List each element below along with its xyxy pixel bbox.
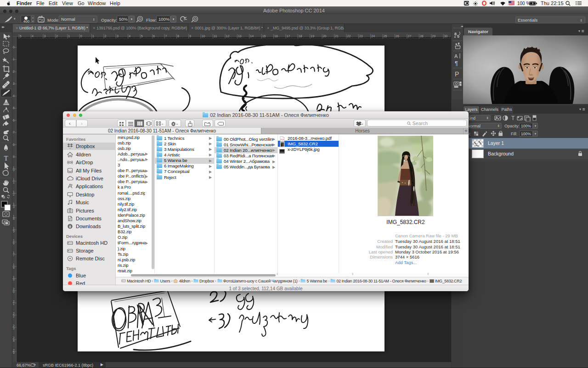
svg-text:16: 16 [274, 34, 278, 38]
svg-text:¶: ¶ [455, 60, 458, 67]
svg-text:30: 30 [444, 34, 448, 38]
svg-text:11: 11 [214, 34, 217, 38]
svg-text:5: 5 [20, 34, 22, 38]
svg-text:4: 4 [129, 34, 130, 38]
svg-text:27: 27 [408, 34, 412, 38]
svg-text:13: 13 [238, 34, 242, 38]
svg-text:5: 5 [141, 34, 143, 38]
svg-text:T: T [511, 115, 515, 121]
svg-text:P: P [455, 70, 459, 78]
svg-text:A: A [454, 53, 458, 59]
svg-text:7: 7 [165, 34, 167, 38]
svg-text:21: 21 [335, 34, 339, 38]
svg-text:8: 8 [454, 32, 457, 36]
svg-text:4: 4 [32, 34, 34, 38]
svg-text:2: 2 [56, 34, 58, 38]
svg-text:15: 15 [262, 34, 266, 38]
svg-text:6: 6 [153, 34, 155, 38]
svg-text:25: 25 [384, 34, 387, 38]
svg-text:8: 8 [177, 34, 179, 38]
svg-text:28: 28 [420, 34, 424, 38]
svg-text:22: 22 [347, 34, 351, 38]
svg-text:23: 23 [359, 34, 363, 38]
svg-text:20: 20 [323, 34, 327, 38]
svg-text:29: 29 [432, 34, 435, 38]
svg-text:26: 26 [396, 34, 399, 38]
svg-text:9: 9 [189, 34, 191, 38]
svg-text:3: 3 [117, 34, 119, 38]
svg-text:10: 10 [202, 34, 205, 38]
svg-text:0: 0 [80, 34, 82, 38]
svg-text:1: 1 [13, 58, 15, 61]
svg-text:17: 17 [287, 34, 290, 38]
svg-text:3: 3 [44, 34, 46, 38]
svg-text:2: 2 [13, 70, 15, 73]
svg-text:5: 5 [457, 34, 459, 39]
svg-text:1: 1 [92, 34, 94, 38]
svg-text:18: 18 [299, 34, 302, 38]
svg-text:19: 19 [311, 34, 314, 38]
svg-text:12: 12 [226, 34, 230, 38]
svg-text:24: 24 [371, 34, 375, 38]
svg-text:14: 14 [250, 34, 254, 38]
svg-text:T: T [4, 155, 8, 162]
svg-text:1: 1 [68, 34, 70, 38]
svg-text:2: 2 [105, 34, 107, 38]
